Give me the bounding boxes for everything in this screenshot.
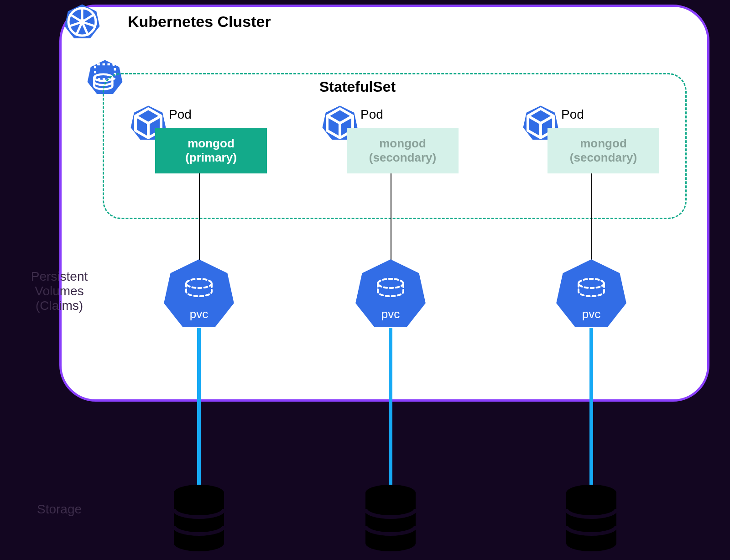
svg-point-23 [186, 279, 212, 288]
svg-point-30 [174, 535, 224, 551]
pod-2-label: Pod [360, 107, 383, 122]
svg-point-36 [566, 535, 616, 551]
connector-pvc2-storage [389, 328, 392, 487]
pod-1-role: (primary) [185, 151, 237, 165]
svg-point-33 [365, 535, 416, 551]
storage-label: Storage [27, 502, 91, 517]
pvc-2: pvc [354, 258, 427, 331]
statefulset-title: StatefulSet [319, 79, 396, 95]
svg-point-27 [579, 279, 604, 288]
connector-pod1-pvc [199, 173, 200, 265]
storage-cylinder-icon [564, 484, 619, 554]
svg-line-4 [82, 14, 94, 22]
pod-3-name: mongod [580, 136, 627, 151]
svg-point-25 [378, 279, 403, 288]
svg-line-9 [70, 14, 82, 22]
connector-pod3-pvc [591, 173, 592, 265]
storage-cylinder-icon [172, 484, 226, 554]
pvc-1: pvc [162, 258, 235, 331]
diagram-canvas: Kubernetes Cluster [0, 0, 730, 560]
pv-claims-label: Persistent Volumes (Claims) [14, 269, 105, 313]
pod-1-name: mongod [188, 136, 235, 151]
connector-pvc1-storage [197, 328, 201, 487]
pod-2-box: mongod (secondary) [347, 128, 459, 173]
dashed-cylinder-icon [575, 278, 607, 301]
connector-pvc3-storage [589, 328, 593, 487]
storage-cylinder-icon [363, 484, 418, 554]
pod-2-name: mongod [379, 136, 426, 151]
cluster-title: Kubernetes Cluster [128, 13, 271, 31]
pvc-3: pvc [555, 258, 628, 331]
pod-2-role: (secondary) [369, 151, 436, 165]
pod-1-label: Pod [169, 107, 192, 122]
dashed-cylinder-icon [183, 278, 215, 301]
k8s-wheel-icon [64, 4, 100, 40]
pvc-1-label: pvc [162, 307, 235, 321]
pod-1-box: mongod (primary) [155, 128, 267, 173]
dashed-cylinder-icon [375, 278, 407, 301]
pod-3-label: Pod [561, 107, 584, 122]
connector-pod2-pvc [391, 173, 391, 265]
pod-3-role: (secondary) [570, 151, 637, 165]
pod-3-box: mongod (secondary) [548, 128, 659, 173]
pvc-3-label: pvc [555, 307, 628, 321]
pvc-2-label: pvc [354, 307, 427, 321]
